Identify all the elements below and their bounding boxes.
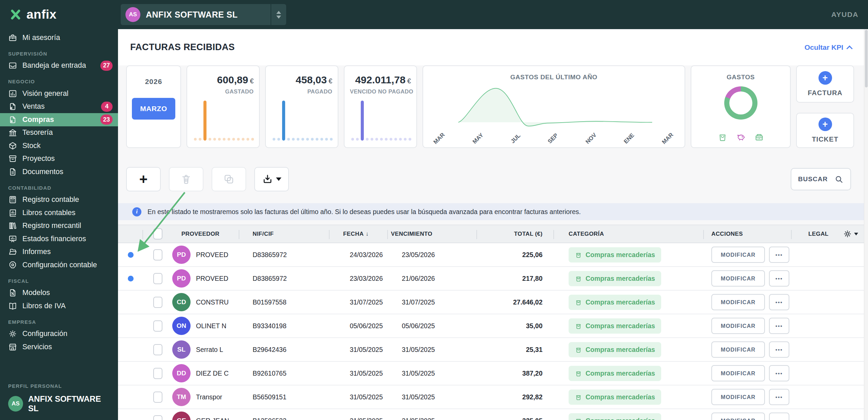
modify-button[interactable]: MODIFICAR [711, 294, 765, 310]
row-menu-button[interactable]: ••• [769, 341, 789, 358]
vertical-scrollbar[interactable] [864, 29, 868, 420]
sidebar-item-compras[interactable]: Compras23 [0, 113, 118, 126]
header-fecha[interactable]: FECHA ↓ [338, 231, 386, 237]
inbox-icon [8, 61, 17, 70]
table-row[interactable]: TMTransporB5650915131/05/202531/05/20252… [118, 385, 864, 409]
header-total: TOTAL (€) [457, 231, 542, 237]
header-acciones: ACCIONES [694, 231, 793, 237]
table-row[interactable]: ONOLINET NB9334019805/06/202505/06/20253… [118, 314, 864, 338]
table-row[interactable]: GEGER JEANB1250653331/05/202531/05/20253… [118, 409, 864, 420]
sidebar-item-tesorer-a[interactable]: Tesorería [0, 126, 118, 140]
category-label: Compras mercaderías [586, 251, 655, 259]
row-menu-button[interactable]: ••• [769, 318, 789, 334]
gear-icon [843, 229, 852, 238]
sidebar-item-servicios[interactable]: Servicios [0, 340, 118, 354]
stepper-down-icon[interactable] [276, 16, 281, 19]
stepper-up-icon[interactable] [276, 11, 281, 14]
spark-dot [316, 138, 318, 141]
delete-button[interactable] [169, 167, 203, 191]
sidebar-item-stock[interactable]: Stock [0, 139, 118, 152]
row-menu-button[interactable]: ••• [769, 413, 789, 420]
row-menu-button[interactable]: ••• [769, 389, 789, 405]
column-separator [329, 230, 330, 239]
sidebar-item-estados-financieros[interactable]: Estados financieros [0, 232, 118, 246]
sidebar-item-configuraci-n[interactable]: Configuración [0, 328, 118, 341]
row-checkbox[interactable] [153, 249, 162, 260]
sidebar-item-registro-contable[interactable]: Registro contable [0, 193, 118, 207]
row-checkbox[interactable] [153, 368, 162, 379]
select-all-checkbox[interactable] [153, 228, 162, 239]
brand-logo[interactable]: anfix [0, 7, 118, 22]
row-checkbox[interactable] [153, 273, 162, 284]
table-row[interactable]: PDPROVEEDD8386597224/03/202623/05/202622… [118, 243, 864, 267]
row-checkbox[interactable] [153, 392, 162, 403]
presentation-icon [8, 234, 17, 244]
modify-button[interactable]: MODIFICAR [711, 413, 765, 420]
category-cell: Compras mercaderías [542, 413, 694, 420]
modify-button[interactable]: MODIFICAR [711, 318, 765, 334]
sidebar-item-bandeja-de-entrada[interactable]: Bandeja de entrada27 [0, 59, 118, 72]
category-chip[interactable]: Compras mercaderías [569, 271, 661, 286]
scrollbar-thumb[interactable] [865, 30, 868, 87]
company-selector-main[interactable]: AS ANFIX SOFTWARE SL [121, 4, 271, 25]
row-checkbox[interactable] [153, 320, 162, 332]
sidebar-item-registro-mercantil[interactable]: Registro mercantil [0, 219, 118, 233]
category-chip[interactable]: Compras mercaderías [569, 413, 661, 420]
month-button[interactable]: MARZO [132, 98, 175, 120]
modify-button[interactable]: MODIFICAR [711, 341, 765, 358]
sidebar-item-ventas[interactable]: Ventas4 [0, 100, 118, 113]
category-chip[interactable]: Compras mercaderías [569, 366, 661, 381]
company-selector[interactable]: AS ANFIX SOFTWARE SL [121, 4, 286, 25]
sparkline-vencido [351, 100, 411, 141]
category-chip[interactable]: Compras mercaderías [569, 342, 661, 357]
table-row[interactable]: PDPROVEEDD8386597223/03/202621/06/202621… [118, 267, 864, 291]
company-selector-stepper[interactable] [271, 4, 286, 25]
total-cell: 35,00 [457, 322, 542, 330]
row-menu-button[interactable]: ••• [769, 294, 789, 310]
download-button[interactable] [254, 167, 289, 191]
category-chip[interactable]: Compras mercaderías [569, 247, 661, 262]
cash-register-icon [754, 132, 764, 142]
row-menu-button[interactable]: ••• [769, 247, 789, 263]
modify-button[interactable]: MODIFICAR [711, 389, 765, 405]
sidebar-item-modelos[interactable]: Modelos [0, 287, 118, 300]
modify-button[interactable]: MODIFICAR [711, 270, 765, 287]
provider-cell: PDPROVEED [172, 246, 250, 264]
sidebar-item-mi-asesor-a[interactable]: Mi asesoría [0, 31, 118, 44]
duplicate-button[interactable] [212, 167, 246, 191]
category-chip[interactable]: Compras mercaderías [569, 318, 661, 334]
sidebar-item-documentos[interactable]: Documentos [0, 165, 118, 178]
modify-button[interactable]: MODIFICAR [711, 365, 765, 381]
sidebar-item-informes[interactable]: Informes [0, 246, 118, 259]
new-invoice-button[interactable]: + FACTURA [796, 65, 854, 103]
shopping-bag-icon [575, 251, 582, 258]
category-chip[interactable]: Compras mercaderías [569, 295, 661, 310]
new-ticket-label: TICKET [812, 135, 838, 143]
modify-button[interactable]: MODIFICAR [711, 247, 765, 263]
column-settings-button[interactable] [843, 229, 858, 238]
header-legal: LEGAL [793, 229, 864, 238]
provider-avatar: PD [172, 246, 191, 264]
category-chip[interactable]: Compras mercaderías [569, 390, 661, 405]
new-ticket-button[interactable]: + TICKET [796, 113, 854, 148]
help-link[interactable]: AYUDA [831, 10, 859, 19]
table-row[interactable]: DDDIEZ DE CB9261076531/05/202531/05/2025… [118, 362, 864, 385]
row-menu-button[interactable]: ••• [769, 270, 789, 287]
sidebar-item-label: Compras [22, 115, 54, 124]
row-checkbox[interactable] [153, 297, 162, 308]
sidebar-item-configuraci-n-contable[interactable]: Configuración contable [0, 258, 118, 272]
profile-button[interactable]: AS ANFIX SOFTWARE SL [8, 394, 110, 413]
row-menu-button[interactable]: ••• [769, 365, 789, 381]
sidebar-item-visi-n-general[interactable]: Visión general [0, 87, 118, 100]
table-row[interactable]: CDCONSTRUB0159755831/07/202531/07/202527… [118, 291, 864, 314]
row-checkbox[interactable] [153, 344, 162, 355]
sidebar-item-libros-de-iva[interactable]: Libros de IVA [0, 299, 118, 313]
row-checkbox[interactable] [153, 415, 162, 420]
add-invoice-button[interactable]: + [126, 167, 161, 191]
table-row[interactable]: SLSerrato LB2964243631/05/202531/05/2025… [118, 338, 864, 362]
search-button[interactable]: BUSCAR [791, 168, 851, 190]
sidebar-item-proyectos[interactable]: Proyectos [0, 152, 118, 166]
unread-cell [118, 276, 143, 281]
toggle-kpi-link[interactable]: Ocultar KPI [805, 43, 852, 51]
sidebar-item-libros-contables[interactable]: Libros contables [0, 206, 118, 219]
